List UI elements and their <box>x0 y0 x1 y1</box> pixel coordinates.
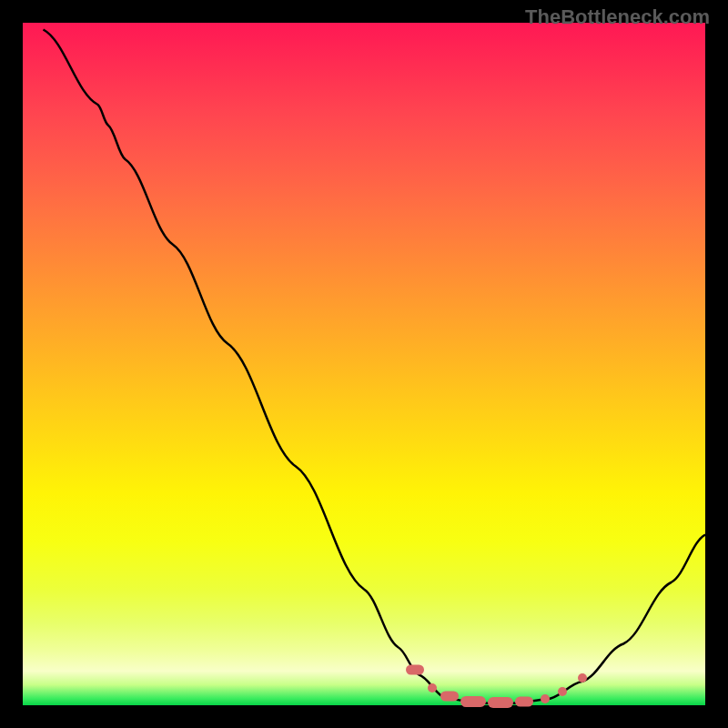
data-marker <box>488 697 513 708</box>
data-marker <box>541 694 550 703</box>
data-marker <box>428 683 437 693</box>
data-marker <box>578 673 587 682</box>
watermark-text: TheBottleneck.com <box>525 5 710 29</box>
data-marker <box>460 696 486 707</box>
data-marker <box>515 697 533 707</box>
chart-area <box>23 23 705 705</box>
data-marker <box>406 665 424 675</box>
data-marker <box>440 692 459 702</box>
data-markers <box>23 23 705 705</box>
data-marker <box>558 687 567 696</box>
